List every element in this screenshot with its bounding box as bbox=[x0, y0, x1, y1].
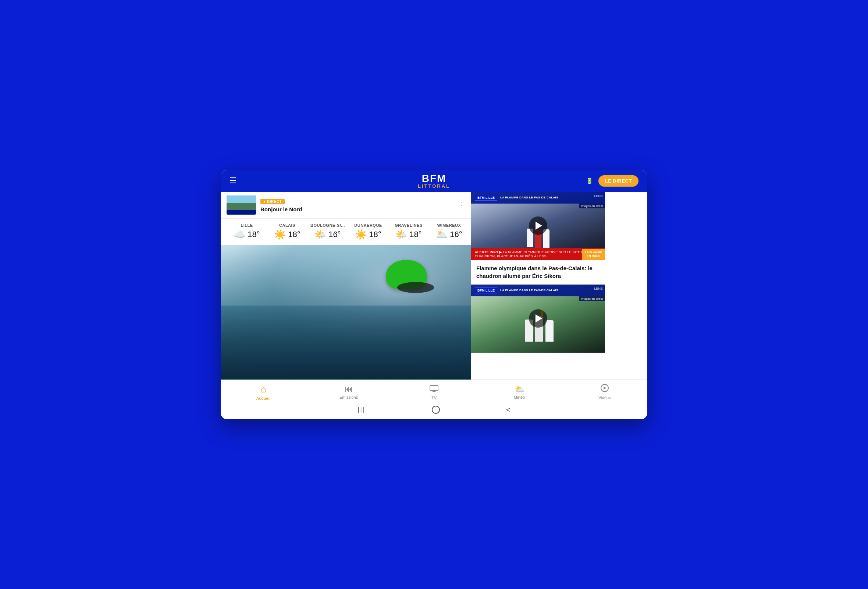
system-menu-btn[interactable]: ||| bbox=[357, 406, 365, 413]
battery-icon: 🔋 bbox=[586, 178, 593, 184]
nav-item-emissions[interactable]: ⏮ Émissions bbox=[334, 384, 363, 400]
device-frame: ☰ BFM LITTORAL 🔋 LE DIRECT bbox=[221, 170, 647, 419]
svg-rect-0 bbox=[430, 385, 438, 391]
logo-bfm: BFM bbox=[418, 173, 450, 184]
weather-city-boulogne: BOULOGNE-S/... bbox=[310, 223, 345, 228]
images-en-direct-2: Images en direct bbox=[579, 296, 605, 301]
overlay-text-2: LA FLAMME DANS LE PAS-DE-CALAIS bbox=[500, 289, 558, 292]
nav-item-meteo[interactable]: ⛅ Météo bbox=[505, 384, 534, 400]
flamme-badge: LA FLAMMEEN NOUS bbox=[582, 249, 605, 260]
weather-temp-dunkerque: 18° bbox=[369, 230, 381, 239]
menu-icon[interactable]: ☰ bbox=[229, 177, 237, 185]
system-nav: ||| < bbox=[221, 403, 647, 419]
swimmer-scene bbox=[221, 245, 471, 380]
logo-container: BFM LITTORAL bbox=[418, 173, 450, 188]
weather-icon-dunkerque: ☀️ bbox=[355, 229, 367, 240]
app-content: ● DIRECT Bonjour le Nord ⋮ LILLE ☁️ 18° bbox=[221, 192, 647, 419]
bfm-lille-badge-2: BFM LILLE bbox=[475, 287, 497, 293]
overlay-text-1: LA FLAMME DANS LE PAS-DE-CALAIS bbox=[500, 196, 558, 199]
hero-image[interactable] bbox=[221, 245, 471, 380]
bottom-nav: ⌂ Accueil ⏮ Émissions TV ⛅ Mété bbox=[221, 380, 647, 403]
le-direct-button[interactable]: LE DIRECT bbox=[598, 175, 639, 186]
direct-badge: ● DIRECT bbox=[260, 199, 285, 204]
nav-label-tv: TV bbox=[431, 395, 437, 400]
video-card-2[interactable]: BFM LILLE LA FLAMME DANS LE PAS-DE-CALAI… bbox=[471, 284, 605, 353]
video-thumb-2[interactable]: BFM LILLE LA FLAMME DANS LE PAS-DE-CALAI… bbox=[471, 284, 605, 353]
weather-icon-gravelines: 🌤️ bbox=[396, 229, 407, 240]
weather-item-gravelines: GRAVELINES 🌤️ 18° bbox=[388, 222, 429, 242]
weather-item-calais: CALAIS ☀️ 18° bbox=[267, 222, 307, 242]
weather-item-boulogne: BOULOGNE-S/... 🌤️ 16° bbox=[307, 222, 348, 242]
weather-temp-lille: 18° bbox=[248, 230, 260, 239]
images-en-direct-1: Images en direct bbox=[579, 204, 605, 209]
svg-marker-4 bbox=[604, 386, 607, 389]
system-back-btn[interactable]: < bbox=[506, 405, 511, 414]
live-thumbnail[interactable] bbox=[227, 195, 256, 215]
video-card-title-1: Flamme olympique dans le Pas-de-Calais: … bbox=[471, 260, 605, 284]
weather-temp-boulogne: 16° bbox=[328, 230, 341, 239]
videos-icon bbox=[600, 384, 609, 394]
more-options-icon[interactable]: ⋮ bbox=[458, 201, 465, 209]
right-panel: BFM LILLE LA FLAMME DANS LE PAS-DE-CALAI… bbox=[471, 192, 605, 380]
weather-city-gravelines: GRAVELINES bbox=[395, 223, 422, 228]
weather-icon-lille: ☁️ bbox=[233, 229, 245, 240]
video-card-1[interactable]: BFM LILLE LA FLAMME DANS LE PAS-DE-CALAI… bbox=[471, 192, 605, 284]
emissions-icon: ⏮ bbox=[345, 384, 353, 394]
weather-icon-boulogne: 🌤️ bbox=[314, 229, 326, 240]
weather-item-dunkerque: DUNKERQUE ☀️ 18° bbox=[348, 222, 388, 242]
water-surface bbox=[221, 306, 471, 380]
nav-label-videos: Vidéos bbox=[598, 395, 611, 400]
play-triangle-1 bbox=[536, 222, 542, 230]
nav-label-emissions: Émissions bbox=[340, 395, 358, 400]
nav-label-accueil: Accueil bbox=[256, 396, 270, 401]
home-icon: ⌂ bbox=[260, 383, 266, 395]
weather-temp-calais: 18° bbox=[288, 230, 300, 239]
nav-item-tv[interactable]: TV bbox=[419, 384, 449, 400]
nav-item-videos[interactable]: Vidéos bbox=[590, 384, 619, 400]
weather-icon-wimereux: 🌥️ bbox=[436, 229, 447, 240]
meteo-icon: ⛅ bbox=[515, 384, 524, 394]
weather-item-wimereux: WIMEREUX 🌥️ 16° bbox=[429, 222, 469, 242]
left-panel: ● DIRECT Bonjour le Nord ⋮ LILLE ☁️ 18° bbox=[221, 192, 471, 380]
main-area: ● DIRECT Bonjour le Nord ⋮ LILLE ☁️ 18° bbox=[221, 192, 647, 380]
lens-label-2: LENS bbox=[594, 287, 603, 290]
video-thumb-bg-1: BFM LILLE LA FLAMME DANS LE PAS-DE-CALAI… bbox=[471, 192, 605, 260]
weather-temp-gravelines: 18° bbox=[409, 230, 422, 239]
weather-city-calais: CALAIS bbox=[279, 223, 295, 228]
weather-city-dunkerque: DUNKERQUE bbox=[354, 223, 382, 228]
bfm-overlay-bar-2: BFM LILLE LA FLAMME DANS LE PAS-DE-CALAI… bbox=[471, 284, 605, 296]
weather-city-lille: LILLE bbox=[241, 223, 253, 228]
video-thumb-1[interactable]: BFM LILLE LA FLAMME DANS LE PAS-DE-CALAI… bbox=[471, 192, 605, 260]
nav-item-accueil[interactable]: ⌂ Accueil bbox=[249, 383, 278, 401]
weather-city-wimereux: WIMEREUX bbox=[437, 223, 461, 228]
video-thumb-bg-2: BFM LILLE LA FLAMME DANS LE PAS-DE-CALAI… bbox=[471, 284, 605, 353]
weather-bar: LILLE ☁️ 18° CALAIS ☀️ 18° bbox=[221, 219, 471, 245]
weather-icon-calais: ☀️ bbox=[274, 229, 286, 240]
play-triangle-2 bbox=[536, 314, 542, 323]
weather-temp-wimereux: 16° bbox=[450, 230, 462, 239]
swimmer-goggles bbox=[397, 282, 434, 293]
app-header: ☰ BFM LITTORAL 🔋 LE DIRECT bbox=[221, 170, 647, 192]
nav-label-meteo: Météo bbox=[514, 395, 525, 400]
live-bar: ● DIRECT Bonjour le Nord ⋮ bbox=[221, 192, 471, 219]
logo-littoral: LITTORAL bbox=[418, 184, 450, 188]
play-button-1[interactable] bbox=[529, 216, 547, 235]
play-button-2[interactable] bbox=[529, 309, 547, 328]
live-title: Bonjour le Nord bbox=[260, 206, 453, 212]
lens-label-1: LENS bbox=[594, 194, 603, 198]
live-info: ● DIRECT Bonjour le Nord bbox=[260, 198, 453, 212]
bfm-overlay-bar-1: BFM LILLE LA FLAMME DANS LE PAS-DE-CALAI… bbox=[471, 192, 605, 204]
bfm-lille-badge-1: BFM LILLE bbox=[475, 195, 497, 201]
tv-icon bbox=[430, 384, 438, 394]
system-home-btn[interactable] bbox=[432, 405, 440, 414]
weather-item-lille: LILLE ☁️ 18° bbox=[227, 222, 267, 242]
